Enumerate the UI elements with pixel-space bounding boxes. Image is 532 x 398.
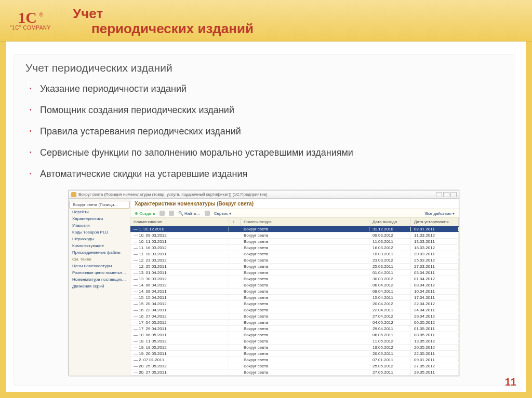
sidebar-item[interactable]: Присоединенные файлы bbox=[69, 249, 130, 256]
sidebar-item[interactable]: Движения серий bbox=[69, 283, 130, 290]
header-band: 1C ® "1C" COMPANY Учет периодических изд… bbox=[0, 0, 532, 42]
maximize-button[interactable] bbox=[443, 192, 449, 197]
title-line2: периодических изданий bbox=[91, 21, 521, 36]
sidebar-item[interactable]: Характеристики bbox=[69, 215, 130, 222]
toolbar: ⊕ Создать 🔍 Найти… Сервис ▾ Все действия… bbox=[130, 209, 459, 218]
sidebar-item[interactable]: Цены номенклатуры bbox=[69, 263, 130, 269]
bullet-item: Указание периодичности изданий bbox=[40, 84, 502, 94]
table-row[interactable]: — 12. 23.03.2012Вокруг света23.03.201225… bbox=[130, 257, 459, 264]
title-line1: Учет bbox=[73, 6, 521, 21]
table-row[interactable]: — 13. 01.04.2011Вокруг света01.04.201103… bbox=[130, 270, 459, 276]
copy-icon[interactable] bbox=[159, 211, 165, 216]
table-row[interactable]: — 19. 20.05.2011Вокруг света20.05.201122… bbox=[130, 351, 459, 357]
col-obsolete-date[interactable]: Дата устаревания bbox=[411, 218, 459, 226]
table-row[interactable]: — 14. 06.04.2012Вокруг света06.04.201208… bbox=[130, 282, 459, 289]
table-row[interactable]: — 2. 07.01.2011Вокруг света07.01.201109.… bbox=[130, 357, 459, 363]
create-button[interactable]: ⊕ Создать bbox=[135, 211, 155, 216]
table-row[interactable]: — 11. 16.03.2012Вокруг света16.03.201218… bbox=[130, 245, 459, 251]
table-row[interactable]: — 15. 15.04.2011Вокруг света15.04.201117… bbox=[130, 295, 459, 301]
all-actions-button[interactable]: Все действия ▾ bbox=[425, 211, 455, 216]
table-row[interactable]: — 14. 08.04.2011Вокруг света08.04.201110… bbox=[130, 289, 459, 295]
table-row[interactable]: — 19. 18.05.2012Вокруг света18.05.201220… bbox=[130, 345, 459, 351]
table-row[interactable]: — 17. 29.04.2011Вокруг света29.04.201101… bbox=[130, 326, 459, 332]
col-release-date[interactable]: Дата выхода bbox=[369, 218, 411, 226]
window-buttons bbox=[436, 192, 457, 197]
sidebar-item[interactable]: Штрихкоды bbox=[69, 236, 130, 242]
table-row[interactable]: — 15. 20.04.2012Вокруг света20.04.201222… bbox=[130, 301, 459, 307]
col-name[interactable]: Наименование bbox=[130, 218, 229, 226]
content: Учет периодических изданий Указание пери… bbox=[0, 42, 532, 391]
find-button[interactable]: 🔍 Найти… bbox=[178, 211, 201, 216]
table-row[interactable]: — 18. 11.05.2012Вокруг света11.05.201213… bbox=[130, 338, 459, 345]
edit-icon[interactable] bbox=[169, 211, 174, 216]
table-row[interactable]: — 20. 27.05.2011Вокруг света27.05.201129… bbox=[130, 369, 459, 376]
table-row[interactable]: — 17. 04.05.2012Вокруг света04.05.201206… bbox=[130, 320, 459, 326]
table-row[interactable]: — 10. 09.03.2012Вокруг света09.03.201211… bbox=[130, 232, 459, 239]
close-button[interactable] bbox=[450, 192, 457, 197]
app-icon bbox=[71, 192, 76, 197]
logo-reg: ® bbox=[39, 12, 43, 18]
sidebar-item[interactable]: Комплектующие bbox=[69, 242, 130, 249]
grid-header: Наименование ↓ Номенклатура Дата выхода … bbox=[130, 218, 459, 226]
minimize-button[interactable] bbox=[436, 192, 442, 197]
table-row[interactable]: — 10. 11.03.2011Вокруг света11.03.201113… bbox=[130, 239, 459, 245]
panel: Учет периодических изданий Указание пери… bbox=[14, 54, 514, 386]
service-button[interactable]: Сервис ▾ bbox=[214, 211, 232, 216]
window-title: Вокруг света (Позиция номенклатуры (това… bbox=[78, 192, 434, 197]
table-row[interactable]: — 20. 25.05.2012Вокруг света25.05.201227… bbox=[130, 363, 459, 369]
col-nomenclature[interactable]: Номенклатура bbox=[241, 218, 369, 226]
app-window: Вокруг света (Позиция номенклатуры (това… bbox=[69, 190, 459, 376]
col-sort[interactable]: ↓ bbox=[229, 218, 241, 226]
bullet-item: Помощник создания периодических изданий bbox=[40, 105, 502, 116]
sidebar: Вокруг света (Позици… Перейти Характерис… bbox=[69, 199, 130, 376]
clear-icon[interactable] bbox=[205, 211, 210, 216]
bullet-item: Сервисные функции по заполнению морально… bbox=[40, 147, 502, 158]
section-title: Учет периодических изданий bbox=[25, 62, 502, 74]
table-row[interactable]: — 1. 31.12.2010Вокруг света31.12.201002.… bbox=[130, 226, 459, 232]
sidebar-item-selected[interactable]: Вокруг света (Позици… bbox=[69, 201, 130, 209]
sidebar-item[interactable]: Упаковки bbox=[69, 222, 130, 229]
grid-body: — 1. 31.12.2010Вокруг света31.12.201002.… bbox=[130, 226, 459, 376]
bullet-item: Автоматические скидки на устаревшие изда… bbox=[40, 169, 502, 180]
table-row[interactable]: — 16. 27.04.2012Вокруг света27.04.201229… bbox=[130, 313, 459, 320]
bullet-list: Указание периодичности изданий Помощник … bbox=[25, 84, 502, 180]
window-titlebar: Вокруг света (Позиция номенклатуры (това… bbox=[69, 190, 459, 199]
table-row[interactable]: — 16. 22.04.2011Вокруг света22.04.201124… bbox=[130, 307, 459, 313]
sidebar-item[interactable]: Розничные цены номенкл… bbox=[69, 269, 130, 276]
main-title: Характеристики номенклатуры (Вокруг свет… bbox=[130, 199, 459, 209]
slide-title: Учет периодических изданий bbox=[61, 0, 532, 41]
main-pane: Характеристики номенклатуры (Вокруг свет… bbox=[130, 199, 459, 376]
sidebar-item[interactable]: Коды товаров PLU bbox=[69, 229, 130, 236]
logo-company: "1C" COMPANY bbox=[10, 25, 50, 31]
sidebar-item[interactable]: Перейти bbox=[69, 209, 130, 215]
logo: 1C ® "1C" COMPANY bbox=[0, 0, 61, 41]
table-row[interactable]: — 12. 25.03.2011Вокруг света25.03.201127… bbox=[130, 264, 459, 270]
bullet-item: Правила устаревания периодических издани… bbox=[40, 126, 502, 137]
logo-brand: 1C bbox=[18, 9, 37, 26]
table-row[interactable]: — 18. 06.05.2011Вокруг света06.05.201108… bbox=[130, 332, 459, 338]
sidebar-group: См. также bbox=[69, 256, 130, 263]
page-number: 11 bbox=[505, 376, 516, 388]
sidebar-item[interactable]: Номенклатура поставщик… bbox=[69, 276, 130, 283]
table-row[interactable]: — 11. 18.03.2011Вокруг света18.03.201120… bbox=[130, 251, 459, 257]
table-row[interactable]: — 13. 30.03.2012Вокруг света30.03.201201… bbox=[130, 276, 459, 282]
